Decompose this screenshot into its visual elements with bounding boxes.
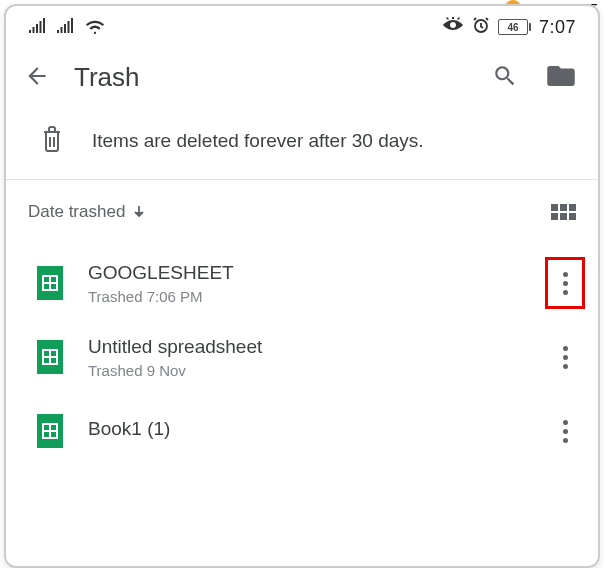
file-item[interactable]: Untitled spreadsheet Trashed 9 Nov [26,320,592,394]
alarm-icon [472,16,490,38]
sort-label-text: Date trashed [28,202,125,222]
file-list: GOOGLESHEET Trashed 7:06 PM Untitled spr… [6,232,598,468]
file-item[interactable]: GOOGLESHEET Trashed 7:06 PM [26,246,592,320]
file-meta: Trashed 7:06 PM [88,288,546,305]
sheets-icon [36,265,64,301]
file-name: GOOGLESHEET [88,262,546,284]
more-options-button[interactable] [546,406,584,456]
app-frame: 46 7:07 Trash Items are deleted forever … [4,4,600,568]
file-name: Untitled spreadsheet [88,336,546,358]
folder-button[interactable] [546,63,576,93]
file-item[interactable]: Book1 (1) [26,394,592,468]
sheets-icon [36,413,64,449]
view-grid-button[interactable] [551,204,576,220]
app-bar: Trash [6,44,598,111]
signal-icon-2 [56,17,74,37]
battery-level: 46 [507,22,518,33]
back-button[interactable] [24,63,50,93]
signal-icon-1 [28,17,46,37]
wifi-icon [84,17,106,38]
info-banner: Items are deleted forever after 30 days. [6,111,598,180]
status-bar: 46 7:07 [6,6,598,44]
more-vertical-icon [563,420,568,443]
arrow-down-icon [131,204,147,220]
file-meta: Trashed 9 Nov [88,362,546,379]
more-vertical-icon [563,272,568,295]
sort-bar: Date trashed [6,180,598,232]
page-title: Trash [74,62,468,93]
more-options-button[interactable] [546,332,584,382]
more-options-button[interactable] [546,258,584,308]
search-button[interactable] [492,63,518,93]
battery-indicator: 46 [498,19,531,35]
status-right: 46 7:07 [442,16,576,38]
clock: 7:07 [539,17,576,38]
more-vertical-icon [563,346,568,369]
status-left [28,17,106,38]
sheets-icon [36,339,64,375]
eye-icon [442,17,464,37]
sort-button[interactable]: Date trashed [28,202,147,222]
info-text: Items are deleted forever after 30 days. [92,130,424,152]
trash-icon [40,125,64,157]
file-name: Book1 (1) [88,418,546,440]
